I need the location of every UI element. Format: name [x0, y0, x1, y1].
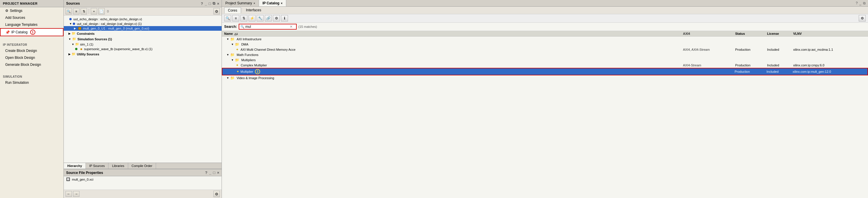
close-icon[interactable]: ×	[217, 1, 219, 6]
ip-expand-btn[interactable]: ⇅	[240, 15, 247, 22]
ip-help-icon[interactable]: ?	[856, 1, 858, 5]
math-expand-icon[interactable]: ▼	[226, 53, 229, 56]
star-icon-complex-mult: ✦	[236, 63, 239, 67]
restore-icon[interactable]: □	[209, 1, 211, 6]
constraints-expand-icon[interactable]: ▶	[68, 32, 70, 35]
folder-icon-sim1: 📁	[75, 42, 79, 46]
ip-group-dma[interactable]: ▼ 📁 DMA	[222, 42, 868, 47]
ip-filter-btn[interactable]: ⚡	[249, 15, 255, 22]
tab-project-summary[interactable]: Project Summary ×	[222, 0, 259, 6]
star-icon-multiplier: ✦	[236, 70, 239, 74]
sort-icon: △1	[234, 32, 238, 35]
ip-minimize-icon[interactable]: _	[859, 1, 861, 5]
sim-sources-section[interactable]: ▼ 📁 Simulation Sources (1)	[64, 36, 222, 42]
tree-item-sim1[interactable]: ▼ 📁 sim_1 (1)	[64, 42, 222, 47]
ip-search-btn[interactable]: 🔍	[224, 15, 231, 22]
maximize-icon[interactable]: ⧉	[213, 1, 215, 6]
utility-expand-icon[interactable]: ▶	[68, 53, 70, 56]
mult-expand-icon[interactable]: ▼	[231, 59, 234, 62]
pin-icon: 📌	[5, 30, 10, 34]
ip-info-btn[interactable]: ℹ	[281, 15, 288, 22]
ip-row-complex-mult[interactable]: ✦ Complex Multiplier AXI4-Stream Product…	[222, 63, 868, 68]
gear-icon: ⚙	[5, 9, 8, 13]
tab-libraries[interactable]: Libraries	[108, 163, 128, 169]
clear-search-icon[interactable]: ✕	[290, 25, 292, 29]
sim-sources-expand-icon[interactable]: ▼	[68, 38, 71, 41]
folder-icon-mult: 📁	[235, 58, 239, 62]
subtab-separator	[242, 8, 242, 13]
sources-tab-bar: Hierarchy IP Sources Libraries Compile O…	[64, 163, 222, 169]
dma-expand-icon[interactable]: ▼	[231, 43, 234, 46]
ip-search-bar: Search: 🔍 ✕ (15 matches)	[222, 23, 868, 31]
sidebar-item-ip-catalog[interactable]: 📌 IP Catalog 1	[0, 28, 63, 36]
gear-button[interactable]: ⚙	[213, 8, 220, 14]
sidebar-item-run-simulation[interactable]: Run Simulation	[0, 79, 63, 86]
search-label: Search:	[224, 25, 237, 29]
dot-green-icon	[75, 48, 78, 50]
ip-group-multipliers[interactable]: ▼ 📁 Multipliers	[222, 57, 868, 63]
col-license-header[interactable]: License	[767, 32, 793, 35]
sidebar-item-settings[interactable]: ⚙ Settings	[0, 7, 63, 14]
ip-gear-btn[interactable]: ⚙	[273, 15, 280, 22]
sidebar-item-create-block-design[interactable]: Create Block Design	[0, 47, 63, 54]
sfp-close-icon[interactable]: ×	[217, 170, 219, 175]
expand-all-button[interactable]: ⇅	[81, 8, 87, 14]
toolbar-separator-1	[89, 9, 89, 14]
ip-group-axi-infrastructure[interactable]: ▼ 📁 AXI Infrastructure	[222, 36, 868, 42]
subtab-cores[interactable]: Cores	[224, 7, 241, 13]
tab-ip-catalog[interactable]: IP Catalog ×	[259, 0, 286, 6]
add-button[interactable]: +	[91, 8, 97, 14]
ip-tab-bar: Project Summary × IP Catalog × ? _ ⧉	[222, 0, 868, 7]
dot-blue-icon	[69, 18, 72, 20]
collapse-all-button[interactable]: ≡	[73, 8, 80, 14]
sfp-right-arrow[interactable]: →	[73, 191, 80, 197]
utility-sources-section[interactable]: ▶ 📁 Utility Sources	[64, 51, 222, 57]
video-expand-icon[interactable]: ▼	[226, 76, 229, 79]
ip-maximize-icon[interactable]: ⧉	[863, 1, 866, 5]
col-axi4-header[interactable]: AXI4	[683, 32, 735, 35]
sidebar-item-generate-block-design[interactable]: Generate Block Design	[0, 61, 63, 68]
axi-infra-expand-icon[interactable]: ▼	[226, 38, 229, 41]
col-status-header[interactable]: Status	[735, 32, 767, 35]
tree-item-cal-design[interactable]: ▼ uut_cal_design : cal_design (cal_desig…	[64, 22, 222, 26]
ip-toolbar: 🔍 ≡ ⇅ ⚡ 🔧 🔗 ⚙ ℹ ⚙	[222, 14, 868, 23]
project-summary-close[interactable]: ×	[253, 2, 255, 5]
tab-compile-order[interactable]: Compile Order	[128, 163, 156, 169]
search-input[interactable]	[245, 25, 289, 29]
sidebar-item-open-block-design[interactable]: Open Block Design	[0, 54, 63, 61]
ip-settings-btn[interactable]: ⚙	[859, 15, 866, 22]
sfp-minimize-icon[interactable]: _	[209, 170, 211, 175]
ip-catalog-corner-icons: ? _ ⧉	[856, 1, 868, 5]
sfp-help-icon[interactable]: ?	[205, 170, 207, 175]
ip-row-multiplier[interactable]: ✦ Multiplier 3 Production Included xilin…	[222, 68, 868, 75]
ip-wrench-btn[interactable]: 🔧	[257, 15, 264, 22]
ip-link-btn[interactable]: 🔗	[265, 15, 272, 22]
tab-ip-sources[interactable]: IP Sources	[86, 163, 109, 169]
tree-item-echo-design[interactable]: uut_echo_design : echo_design (echo_desi…	[64, 17, 222, 22]
tab-hierarchy[interactable]: Hierarchy	[64, 163, 86, 169]
tree-item-mult-gen[interactable]: ▶ mult_gen_0_U1 : mult_gen_0 (mult_gen_0…	[64, 26, 222, 31]
sidebar-item-language-templates[interactable]: Language Templates	[0, 21, 63, 28]
minimize-icon[interactable]: _	[205, 1, 207, 6]
sim1-expand-icon[interactable]: ▼	[72, 43, 74, 46]
col-vlnv-header[interactable]: VLNV	[793, 32, 866, 35]
sfp-left-arrow[interactable]: ←	[66, 191, 72, 197]
sfp-restore-icon[interactable]: □	[213, 170, 215, 175]
ip-group-video[interactable]: ▼ 📁 Video & Image Processing	[222, 75, 868, 80]
sources-titlebar: Sources ? _ □ ⧉ ×	[64, 0, 222, 7]
sfp-gear-button[interactable]: ⚙	[213, 191, 220, 197]
ip-group-math[interactable]: ▼ 📁 Math Functions	[222, 52, 868, 57]
ip-catalog-close[interactable]: ×	[281, 2, 282, 5]
tree-item-wave-tb[interactable]: ■ supersonic_wave_tb (supersonic_wave_tb…	[64, 47, 222, 51]
sidebar-item-add-sources[interactable]: Add Sources	[0, 14, 63, 21]
ip-row-axi-multi[interactable]: ✦ AXI Multi Channel Direct Memory Acce A…	[222, 47, 868, 52]
multiplier-badge: 3	[255, 69, 260, 74]
constraints-section[interactable]: ▶ 📁 Constraints	[64, 31, 222, 36]
tree-expand-icon[interactable]: ▼	[69, 22, 72, 25]
help-icon[interactable]: ?	[201, 1, 203, 6]
subtab-interfaces[interactable]: Interfaces	[243, 7, 265, 13]
search-button[interactable]: 🔍	[66, 8, 72, 14]
col-name-header[interactable]: Name △1	[224, 32, 683, 35]
ip-collapse-btn[interactable]: ≡	[232, 15, 239, 22]
file-button[interactable]: 📄	[98, 8, 105, 14]
